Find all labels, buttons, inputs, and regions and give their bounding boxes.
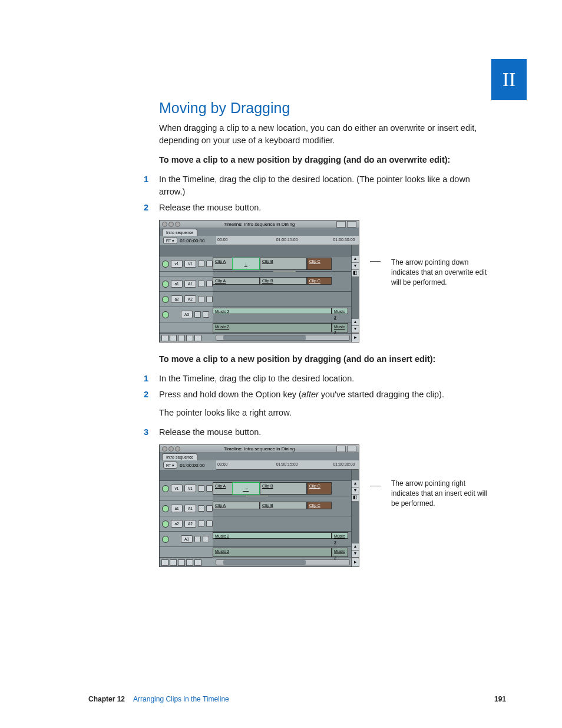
dest-label[interactable]: A2 [184,295,196,303]
track-scrollbar[interactable]: ▴ ▾ ◧ ▴ ▾ [351,470,359,558]
clip-a[interactable]: Clip A [213,277,260,285]
tool-icon[interactable] [178,335,185,341]
track-header[interactable]: a1 A1 [160,276,213,292]
track-header[interactable]: a2 A2 [160,292,213,307]
clip-c[interactable]: Clip C [307,277,332,285]
clip-c[interactable]: Clip C [307,502,332,509]
target-icon[interactable] [162,536,169,543]
clip-c[interactable]: Clip C [307,482,332,495]
down-arrow-icon[interactable]: ▾ [352,487,359,495]
lock-icon[interactable] [194,311,201,318]
clip-b[interactable]: Clip B [260,502,307,509]
clip-music[interactable]: Music 2 [332,308,348,314]
horizontal-scrollbar[interactable] [216,559,350,565]
track-header[interactable]: A3 [160,307,213,322]
lock-icon[interactable] [198,296,204,302]
track-icon[interactable] [203,536,209,542]
tool-icon[interactable] [170,559,177,566]
dest-label[interactable]: A3 [181,535,193,543]
clip-music[interactable]: Music 2 [332,323,348,332]
scroll-right-icon[interactable]: ▸ [351,558,359,566]
divider-icon[interactable]: ◧ [352,270,359,277]
up-arrow-icon[interactable]: ▴ [352,543,359,551]
dest-label[interactable]: A3 [181,311,193,318]
track-scrollbar[interactable]: ▴ ▾ ◧ ▴ ▾ [351,245,359,333]
up-arrow-icon[interactable]: ▴ [352,480,359,487]
track-lane[interactable]: Music 2 Music 2 [213,322,351,334]
down-arrow-icon[interactable]: ▾ [352,551,359,558]
track-lane[interactable]: Music 2 Music 2 [213,307,351,322]
track-header[interactable]: v1 V1 [160,256,213,272]
track-icon[interactable] [206,261,213,267]
track-icon[interactable] [206,281,213,287]
track-icon[interactable] [206,505,213,512]
track-icon[interactable] [203,311,209,318]
target-icon[interactable] [162,281,169,288]
source-label[interactable]: a1 [171,505,183,512]
track-header[interactable]: a1 A1 [160,501,213,516]
lock-icon[interactable] [194,536,201,542]
track-lane[interactable] [213,292,351,307]
up-arrow-icon[interactable]: ▴ [352,256,359,263]
track-header[interactable]: v1 V1 [160,481,213,496]
down-arrow-icon[interactable]: ▾ [352,263,359,270]
rt-menu[interactable]: RT ▾ [163,237,177,244]
target-icon[interactable] [162,311,169,318]
clip-music[interactable]: Music 2 [332,548,348,557]
sequence-tab[interactable]: Intro sequence [162,453,197,460]
source-label[interactable]: a2 [171,295,183,303]
tool-icon[interactable] [161,559,168,566]
source-label[interactable]: v1 [171,260,183,268]
time-ruler[interactable]: 00:00 01:00:15:00 01:00:30:00 [216,460,359,470]
lock-icon[interactable] [198,505,204,512]
track-lane[interactable]: Clip A Clip B Clip C -00:25:00 [213,256,351,272]
divider-icon[interactable]: ◧ [352,495,359,502]
track-icon[interactable] [206,521,213,527]
dest-label[interactable]: A1 [184,505,196,512]
target-icon[interactable] [162,261,169,268]
tool-icon[interactable] [178,559,185,566]
dest-label[interactable]: A1 [184,280,196,288]
clip-music[interactable]: Music 2 [213,323,332,332]
rt-menu[interactable]: RT ▾ [163,462,177,469]
time-ruler[interactable]: 00:00 01:00:15:00 01:00:30:00 [216,236,359,245]
clip-b[interactable]: Clip B [260,482,307,495]
clip-music[interactable]: Music 2 [213,308,332,314]
track-icon[interactable] [206,485,213,492]
track-lane[interactable]: Clip A Clip B Clip C [213,501,351,516]
lock-icon[interactable] [198,485,204,492]
drag-ghost[interactable] [232,258,260,270]
tool-icon[interactable] [186,335,193,341]
track-lane[interactable] [213,516,351,532]
clip-c[interactable]: Clip C [307,258,332,270]
track-lane[interactable]: Clip A Clip B Clip C -00:25:00 [213,481,351,496]
track-lane[interactable]: Music 2 Music 2 [213,532,351,547]
down-arrow-icon[interactable]: ▾ [352,326,359,333]
drag-ghost[interactable] [232,482,260,495]
clip-a[interactable]: Clip A [213,502,260,509]
up-arrow-icon[interactable]: ▴ [352,319,359,326]
tool-icon[interactable] [194,559,201,566]
tool-icon[interactable] [186,559,193,566]
track-lane[interactable]: Clip A Clip B Clip C [213,276,351,292]
track-icon[interactable] [206,296,213,302]
lock-icon[interactable] [198,261,204,267]
source-label[interactable]: a2 [171,520,183,528]
clip-b[interactable]: Clip B [260,277,307,285]
track-header[interactable]: a2 A2 [160,516,213,532]
clip-music[interactable]: Music 2 [213,548,332,557]
source-label[interactable]: v1 [171,485,183,492]
track-header[interactable]: A3 [160,532,213,547]
clip-music[interactable]: Music 2 [332,532,348,539]
target-icon[interactable] [162,505,169,512]
track-lane[interactable]: Music 2 Music 2 [213,547,351,558]
horizontal-scrollbar[interactable] [216,335,350,341]
lock-icon[interactable] [198,521,204,527]
clip-music[interactable]: Music 2 [213,532,332,539]
target-icon[interactable] [162,521,169,528]
tool-icon[interactable] [161,335,168,341]
source-label[interactable]: a1 [171,280,183,288]
tool-icon[interactable] [170,335,177,341]
dest-label[interactable]: V1 [184,260,196,268]
dest-label[interactable]: A2 [184,520,196,528]
